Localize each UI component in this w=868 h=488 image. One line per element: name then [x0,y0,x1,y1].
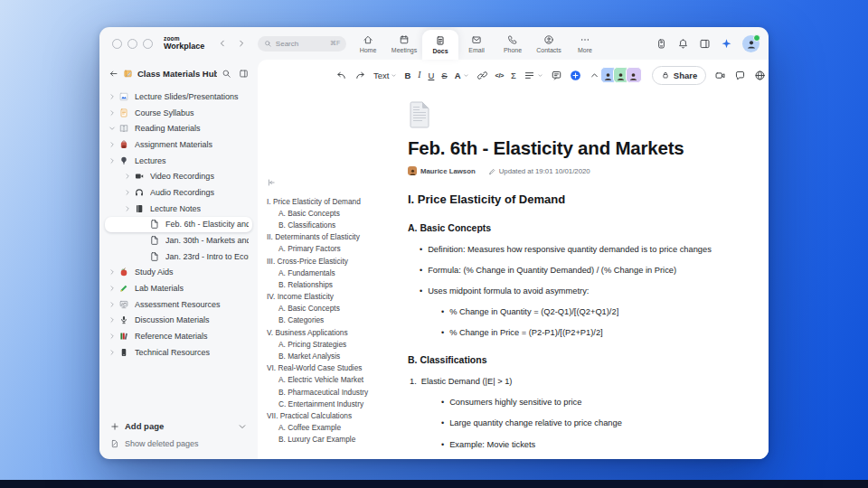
chevron-right-icon[interactable] [108,301,118,308]
doc-bullet-item[interactable]: •Uses midpoint formula to avoid asymmetr… [408,286,722,296]
tree-item-video-recordings[interactable]: Video Recordings [105,168,252,184]
chevron-down-icon[interactable] [108,125,118,132]
chevron-right-icon[interactable] [124,173,133,180]
toc-item[interactable]: A. Basic Concepts [267,207,399,219]
show-deleted-pages-button[interactable]: Show deleted pages [110,439,247,448]
tree-item-lecture-notes[interactable]: Lecture Notes [105,201,252,217]
chevron-right-icon[interactable] [108,157,118,164]
doc-numbered-item[interactable]: 1.Elastic Demand (|E| > 1) [408,377,722,387]
doc-bullet-item[interactable]: •Formula: (% Change in Quantity Demanded… [408,266,722,276]
workspace-reservation-icon[interactable] [656,38,667,50]
toc-item[interactable]: A. Pricing Strategies [267,338,399,350]
tab-docs[interactable]: Docs [422,30,458,60]
chevron-right-icon[interactable] [108,109,118,117]
user-avatar[interactable] [742,35,760,52]
toc-item[interactable]: C. Entertainment Industry [267,398,399,409]
tree-item-jan-30th-markets-and-p[interactable]: Jan. 30th - Markets and P... [105,232,252,249]
toc-item[interactable]: VII. Practical Calculations [267,409,399,421]
toc-item[interactable]: IV. Income Elasticity [267,291,399,303]
chevron-right-icon[interactable] [108,349,118,356]
tree-item-assignment-materials[interactable]: Assignment Materials [105,136,252,153]
toc-collapse-icon[interactable] [267,178,276,187]
text-color-button[interactable]: A [455,70,469,80]
sidebar-back-icon[interactable] [108,69,118,79]
bold-button[interactable]: B [404,70,410,80]
toc-item[interactable]: B. Luxury Car Example [267,434,399,446]
toc-item[interactable]: III. Cross-Price Elasticity [267,255,399,267]
tree-item-assessment-resources[interactable]: Assessment Resources [105,296,252,313]
toc-item[interactable]: V. Business Applications [267,326,399,338]
start-video-icon[interactable] [714,70,726,81]
toc-item[interactable]: A. Primary Factors [267,243,399,255]
sidebar-collapse-icon[interactable] [239,69,249,79]
doc-bullet-item[interactable]: •Example: Movie tickets [408,440,722,450]
text-style-button[interactable]: Text [373,70,397,80]
chevron-right-icon[interactable] [108,316,118,324]
underline-button[interactable]: U [428,70,434,80]
tree-item-study-aids[interactable]: Study Aids [105,265,252,281]
tree-item-lecture-slides-presentations[interactable]: Lecture Slides/Presentations [105,89,252,105]
comment-icon[interactable] [551,70,562,81]
tree-item-technical-resources[interactable]: Technical Resources [105,344,252,361]
minimize-window-button[interactable] [127,39,137,49]
doc-bullet-item[interactable]: •Consumers highly sensitive to price [408,398,722,408]
notifications-bell-icon[interactable] [677,38,689,50]
toc-item[interactable]: B. Relationships [267,278,399,290]
doc-heading[interactable]: I. Price Elasticity of Demand [408,192,722,206]
undo-icon[interactable] [335,70,347,81]
toc-item[interactable]: VI. Real-World Case Studies [267,362,399,374]
doc-bullet-item[interactable]: •% Change in Quantity = (Q2-Q1)/[(Q2+Q1)… [408,307,722,317]
tab-home[interactable]: Home [350,27,386,60]
toc-item[interactable]: I. Price Elasticity of Demand [267,195,399,207]
italic-button[interactable]: I [418,70,420,80]
toc-item[interactable]: B. Pharmaceutical Industry [267,386,399,398]
tree-item-audio-recordings[interactable]: Audio Recordings [105,184,252,201]
tree-item-lab-materials[interactable]: Lab Materials [105,280,252,296]
chevron-right-icon[interactable] [108,141,118,148]
link-icon[interactable] [476,70,488,81]
strikethrough-button[interactable]: S [441,70,447,80]
doc-bullet-item[interactable]: •Definition: Measures how responsive qua… [408,245,722,255]
back-button[interactable] [218,39,227,48]
tree-item-lectures[interactable]: Lectures [105,153,252,169]
tab-phone[interactable]: Phone [495,27,531,60]
chat-icon[interactable] [734,70,746,81]
tree-item-feb-6th-elasticity-and-m[interactable]: Feb. 6th - Elasticity and M... [105,217,252,233]
global-search-input[interactable]: Search ⌘F [258,36,346,52]
toc-item[interactable]: A. Electric Vehicle Market [267,374,399,386]
share-button[interactable]: Share [652,66,706,85]
document-page[interactable]: Feb. 6th - Elasticity and Markets Mauric… [399,90,722,459]
equation-button[interactable]: Σ [511,70,516,80]
doc-heading[interactable]: B. Classifications [408,354,722,365]
doc-heading[interactable]: A. Basic Concepts [408,222,722,233]
toc-item[interactable]: A. Fundamentals [267,267,399,278]
list-options-icon[interactable] [524,70,543,81]
chevron-right-icon[interactable] [124,205,133,212]
redo-icon[interactable] [354,70,366,81]
toc-item[interactable]: B. Market Analysis [267,350,399,361]
language-globe-icon[interactable] [754,70,766,81]
tree-item-reading-materials[interactable]: Reading Materials [105,120,252,136]
collaborator-avatar-3[interactable] [626,67,642,83]
add-page-chevron-icon[interactable] [238,422,247,431]
tab-more[interactable]: More [567,27,603,60]
tab-meetings[interactable]: Meetings [386,27,422,60]
toc-item[interactable]: B. Categories [267,314,399,326]
collapse-toolbar-icon[interactable] [589,70,600,81]
tab-email[interactable]: Email [458,27,495,60]
chevron-right-icon[interactable] [108,333,118,340]
chevron-right-icon[interactable] [108,93,118,100]
forward-button[interactable] [237,39,246,48]
toc-item[interactable]: A. Basic Concepts [267,303,399,314]
toc-item[interactable]: II. Determinants of Elasticity [267,231,399,243]
doc-bullet-item[interactable]: •% Change in Price = (P2-P1)/[(P2+P1)/2] [408,328,722,338]
tree-item-reference-materials[interactable]: Reference Materials [105,328,252,344]
chevron-right-icon[interactable] [108,268,118,276]
tree-item-jan-23rd-intro-to-econo[interactable]: Jan. 23rd - Intro to Econo... [105,249,252,265]
close-window-button[interactable] [112,39,122,49]
maximize-window-button[interactable] [143,39,153,49]
code-button[interactable]: </> [495,71,504,80]
chevron-right-icon[interactable] [124,189,133,196]
side-panel-toggle-icon[interactable] [699,38,711,50]
toc-item[interactable]: B. Classifications [267,219,399,230]
